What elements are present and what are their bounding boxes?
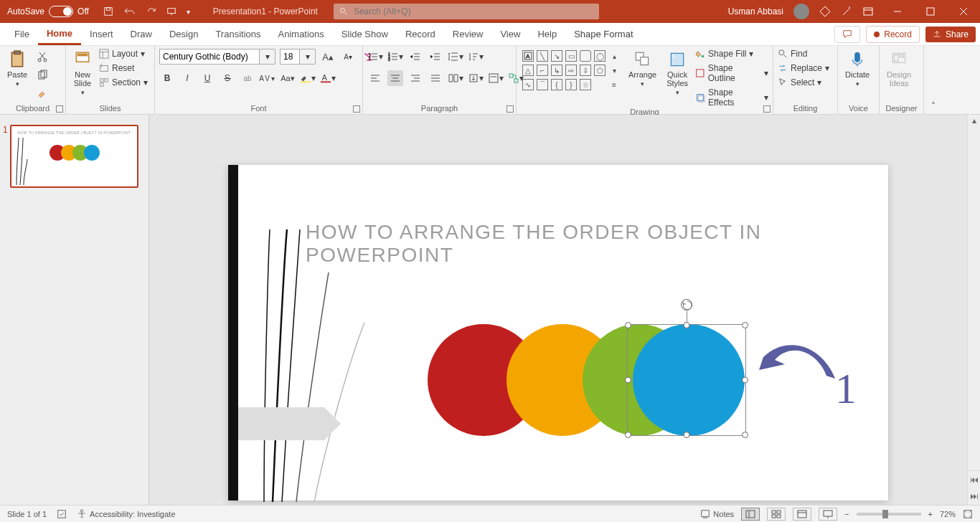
tab-view[interactable]: View xyxy=(491,23,529,45)
shape-roundrect-icon[interactable] xyxy=(580,50,591,62)
sel-handle[interactable] xyxy=(742,432,748,438)
inc-indent-icon[interactable] xyxy=(428,49,443,65)
drawing-dialog-launcher[interactable] xyxy=(763,105,771,113)
align-left-icon[interactable] xyxy=(367,70,383,86)
paste-button[interactable]: Paste ▾ xyxy=(4,49,30,89)
sel-handle[interactable] xyxy=(742,377,748,384)
reading-view-icon[interactable] xyxy=(793,508,811,521)
shape-outline-button[interactable]: Shape Outline ▾ xyxy=(695,63,768,83)
notes-button[interactable]: Notes xyxy=(700,509,734,519)
shape-oval-icon[interactable]: ◯ xyxy=(594,50,606,62)
text-direction-icon[interactable]: ▾ xyxy=(468,70,484,86)
bullets-icon[interactable]: ▾ xyxy=(367,49,383,65)
align-right-icon[interactable] xyxy=(407,70,423,86)
normal-view-icon[interactable] xyxy=(741,508,760,521)
dictate-button[interactable]: Dictate▾ xyxy=(842,49,872,89)
change-case-icon[interactable]: Aa▾ xyxy=(280,70,296,86)
tab-insert[interactable]: Insert xyxy=(81,23,122,45)
dec-indent-icon[interactable] xyxy=(407,49,423,65)
shadow-icon[interactable]: ab xyxy=(240,70,255,86)
collapse-ribbon-icon[interactable]: ˄ xyxy=(924,46,943,114)
undo-icon[interactable] xyxy=(123,6,136,16)
tab-draw[interactable]: Draw xyxy=(122,23,161,45)
strike-icon[interactable]: S xyxy=(220,70,235,86)
reset-button[interactable]: Reset xyxy=(99,63,148,73)
tab-transitions[interactable]: Transitions xyxy=(207,23,269,45)
replace-button[interactable]: Replace ▾ xyxy=(778,63,829,73)
font-dialog-launcher[interactable] xyxy=(353,105,360,113)
diamond-icon[interactable] xyxy=(819,6,831,17)
rotate-handle-icon[interactable] xyxy=(681,299,692,310)
font-color-icon[interactable]: A▾ xyxy=(320,70,336,86)
shape-line-icon[interactable]: ╲ xyxy=(537,50,548,62)
arrange-button[interactable]: Arrange▾ xyxy=(626,49,659,89)
shapes-gallery[interactable]: A ╲ ↘ ▭ ◯ ▴ △ ⌐ ↳ ⇨ ⇩ ⬠ ▾ ∿ ⌒ { } ☆ ≡ xyxy=(521,49,621,92)
select-button[interactable]: Select ▾ xyxy=(778,77,829,87)
present-icon[interactable] xyxy=(166,6,176,16)
zoom-in-icon[interactable]: + xyxy=(928,510,933,518)
align-text-icon[interactable]: ▾ xyxy=(488,70,504,86)
shrink-font-icon[interactable]: A▾ xyxy=(340,49,356,65)
columns-icon[interactable]: ▾ xyxy=(448,70,463,86)
char-spacing-icon[interactable]: AV▾ xyxy=(260,70,275,86)
shape-pentagon-icon[interactable]: ⬠ xyxy=(594,65,606,76)
shape-connector-icon[interactable]: ⌐ xyxy=(537,65,548,76)
justify-icon[interactable] xyxy=(428,70,443,86)
quick-styles-button[interactable]: Quick Styles▾ xyxy=(664,49,691,98)
cut-icon[interactable] xyxy=(34,49,50,65)
font-size-combo[interactable]: ▾ xyxy=(280,49,316,65)
user-avatar[interactable] xyxy=(793,4,809,19)
bold-icon[interactable]: B xyxy=(159,70,175,86)
format-painter-icon[interactable] xyxy=(34,86,50,102)
zoom-percent[interactable]: 72% xyxy=(940,510,956,518)
close-button[interactable] xyxy=(947,0,980,23)
shape-arrow-down-icon[interactable]: ⇩ xyxy=(580,65,591,76)
customize-qat-icon[interactable]: ▾ xyxy=(187,8,190,16)
search-input[interactable] xyxy=(354,6,593,16)
design-ideas-button[interactable]: Design Ideas xyxy=(884,49,914,89)
shape-triangle-icon[interactable]: △ xyxy=(522,65,534,76)
share-button[interactable]: Share xyxy=(925,27,976,42)
sel-handle[interactable] xyxy=(684,322,690,328)
grow-font-icon[interactable]: A▴ xyxy=(320,49,336,65)
sel-handle[interactable] xyxy=(625,432,631,438)
selection-box[interactable] xyxy=(627,324,746,436)
slideshow-view-icon[interactable] xyxy=(819,508,837,521)
redo-icon[interactable] xyxy=(146,6,156,16)
tab-design[interactable]: Design xyxy=(161,23,207,45)
minimize-button[interactable] xyxy=(881,0,914,23)
highlight-icon[interactable]: ▾ xyxy=(300,70,316,86)
autosave-toggle[interactable]: AutoSave Off xyxy=(0,6,96,17)
shape-star-icon[interactable]: ☆ xyxy=(580,79,591,90)
tab-review[interactable]: Review xyxy=(444,23,492,45)
numbering-icon[interactable]: 123▾ xyxy=(387,49,403,65)
magic-icon[interactable] xyxy=(841,6,852,17)
next-slide-icon[interactable]: ⏭ xyxy=(970,491,979,501)
line-spacing-icon[interactable]: ▾ xyxy=(448,49,463,65)
zoom-slider[interactable] xyxy=(857,513,921,516)
comments-button[interactable] xyxy=(834,26,860,43)
layout-button[interactable]: Layout ▾ xyxy=(99,49,148,59)
sorter-view-icon[interactable] xyxy=(767,508,786,521)
sel-handle[interactable] xyxy=(742,322,748,328)
shape-effects-button[interactable]: Shape Effects ▾ xyxy=(695,87,768,108)
italic-icon[interactable]: I xyxy=(179,70,195,86)
section-button[interactable]: Section ▾ xyxy=(99,77,148,87)
font-name-combo[interactable]: ▾ xyxy=(159,49,275,65)
slide-counter[interactable]: Slide 1 of 1 xyxy=(7,510,47,518)
tab-home[interactable]: Home xyxy=(38,23,81,45)
paragraph-dialog-launcher[interactable] xyxy=(507,105,514,113)
shape-textbox-icon[interactable]: A xyxy=(522,50,534,62)
align-center-icon[interactable] xyxy=(387,70,403,86)
find-button[interactable]: Find xyxy=(778,49,829,59)
shape-brace-l-icon[interactable]: { xyxy=(551,79,562,90)
shape-fill-button[interactable]: Shape Fill ▾ xyxy=(695,49,768,59)
search-box[interactable] xyxy=(334,4,599,19)
copy-icon[interactable] xyxy=(34,67,50,83)
save-icon[interactable] xyxy=(103,6,113,16)
shape-arc-icon[interactable]: ⌒ xyxy=(537,79,548,90)
tab-shape-format[interactable]: Shape Format xyxy=(565,23,641,45)
zoom-out-icon[interactable]: − xyxy=(844,510,849,518)
shape-brace-r-icon[interactable]: } xyxy=(565,79,577,90)
underline-icon[interactable]: U xyxy=(199,70,215,86)
